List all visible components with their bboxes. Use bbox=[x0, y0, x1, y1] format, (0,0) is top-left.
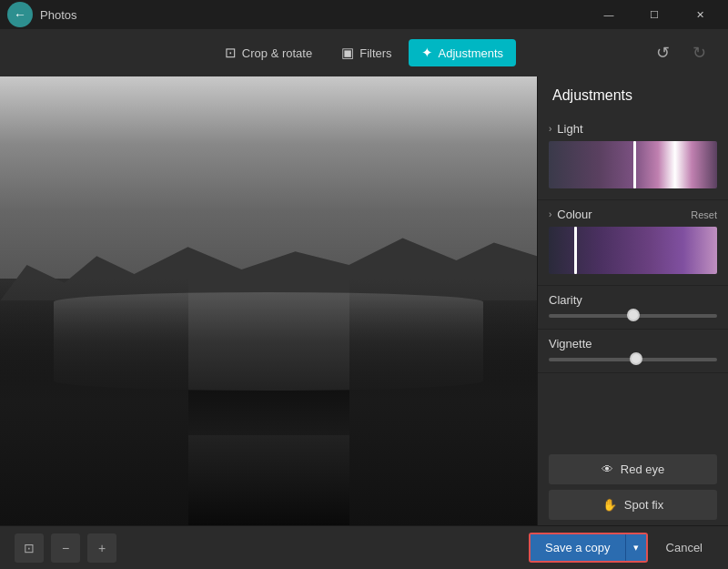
bottom-bar: ⊡ − + Save a copy ▾ Cancel bbox=[0, 525, 728, 569]
photo bbox=[0, 76, 537, 525]
crop-tool-button[interactable]: ⊡ bbox=[15, 533, 44, 563]
light-header[interactable]: › Light bbox=[549, 122, 717, 136]
main-content: Adjustments › Light › Colour Reset Cl bbox=[0, 76, 728, 525]
window-controls: — ☐ ✕ bbox=[588, 0, 721, 29]
colour-preview bbox=[549, 227, 717, 274]
save-copy-group: Save a copy ▾ bbox=[529, 533, 648, 563]
crop-rotate-label: Crop & rotate bbox=[242, 46, 312, 60]
colour-section: › Colour Reset bbox=[538, 200, 728, 286]
vignette-label: Vignette bbox=[549, 337, 717, 351]
crop-rotate-icon: ⊡ bbox=[225, 45, 237, 61]
app-title: Photos bbox=[40, 8, 76, 22]
crop-icon: ⊡ bbox=[24, 541, 35, 555]
vignette-section: Vignette bbox=[538, 330, 728, 373]
spot-fix-button[interactable]: ✋ Spot fix bbox=[549, 490, 717, 520]
clarity-slider[interactable] bbox=[549, 309, 717, 312]
vignette-slider[interactable] bbox=[549, 352, 717, 356]
back-icon: ← bbox=[14, 7, 26, 22]
spot-fix-label: Spot fix bbox=[624, 498, 663, 512]
maximize-button[interactable]: ☐ bbox=[633, 0, 675, 29]
light-chevron: › bbox=[549, 124, 551, 134]
bottom-right-actions: Save a copy ▾ Cancel bbox=[529, 533, 713, 563]
back-button[interactable]: ← bbox=[7, 2, 33, 27]
light-indicator bbox=[633, 141, 636, 188]
filters-button[interactable]: ▣ Filters bbox=[329, 39, 404, 66]
toolbar: ⊡ Crop & rotate ▣ Filters ✦ Adjustments … bbox=[0, 29, 728, 76]
save-copy-button[interactable]: Save a copy bbox=[531, 534, 625, 561]
red-eye-label: Red eye bbox=[621, 462, 664, 476]
trees-right-layer bbox=[349, 279, 538, 525]
bottom-tools: ⊡ − + bbox=[15, 533, 116, 563]
crop-rotate-button[interactable]: ⊡ Crop & rotate bbox=[212, 39, 325, 66]
colour-chevron: › bbox=[549, 209, 551, 219]
trees-left-layer bbox=[0, 279, 188, 525]
spot-fix-icon: ✋ bbox=[602, 498, 617, 512]
undo-icon: ↺ bbox=[656, 43, 670, 63]
light-label: Light bbox=[557, 122, 717, 136]
zoom-out-button[interactable]: − bbox=[51, 533, 80, 563]
clarity-track bbox=[549, 314, 717, 318]
minimize-button[interactable]: — bbox=[588, 0, 630, 29]
vignette-track bbox=[549, 358, 717, 361]
colour-indicator bbox=[574, 227, 577, 274]
panel-title: Adjustments bbox=[538, 76, 728, 115]
colour-header[interactable]: › Colour Reset bbox=[549, 208, 717, 221]
light-section: › Light bbox=[538, 115, 728, 200]
adjustments-label: Adjustments bbox=[439, 46, 504, 60]
title-bar: ← Photos — ☐ ✕ bbox=[0, 0, 728, 29]
zoom-out-icon: − bbox=[62, 541, 69, 555]
sky-layer bbox=[0, 76, 537, 279]
undo-button[interactable]: ↺ bbox=[648, 38, 677, 67]
colour-reset[interactable]: Reset bbox=[691, 209, 717, 220]
filters-label: Filters bbox=[359, 46, 391, 60]
save-copy-dropdown[interactable]: ▾ bbox=[625, 534, 646, 561]
clarity-label: Clarity bbox=[549, 293, 717, 307]
close-button[interactable]: ✕ bbox=[679, 0, 721, 29]
adjustments-button[interactable]: ✦ Adjustments bbox=[409, 39, 517, 66]
redo-button[interactable]: ↻ bbox=[684, 38, 713, 67]
light-preview bbox=[549, 141, 717, 188]
redo-icon: ↻ bbox=[693, 43, 706, 63]
undo-redo-group: ↺ ↻ bbox=[648, 38, 713, 67]
adjustments-icon: ✦ bbox=[421, 45, 433, 61]
clarity-section: Clarity bbox=[538, 286, 728, 330]
image-area bbox=[0, 76, 537, 525]
red-eye-icon: 👁 bbox=[602, 462, 613, 476]
colour-label: Colour bbox=[557, 208, 685, 221]
title-bar-left: ← Photos bbox=[7, 2, 76, 27]
red-eye-button[interactable]: 👁 Red eye bbox=[549, 454, 717, 484]
zoom-in-icon: + bbox=[98, 541, 106, 555]
filters-icon: ▣ bbox=[341, 45, 354, 61]
cancel-button[interactable]: Cancel bbox=[655, 534, 713, 561]
adjustments-panel: Adjustments › Light › Colour Reset Cl bbox=[537, 76, 728, 525]
zoom-in-button[interactable]: + bbox=[87, 533, 116, 563]
